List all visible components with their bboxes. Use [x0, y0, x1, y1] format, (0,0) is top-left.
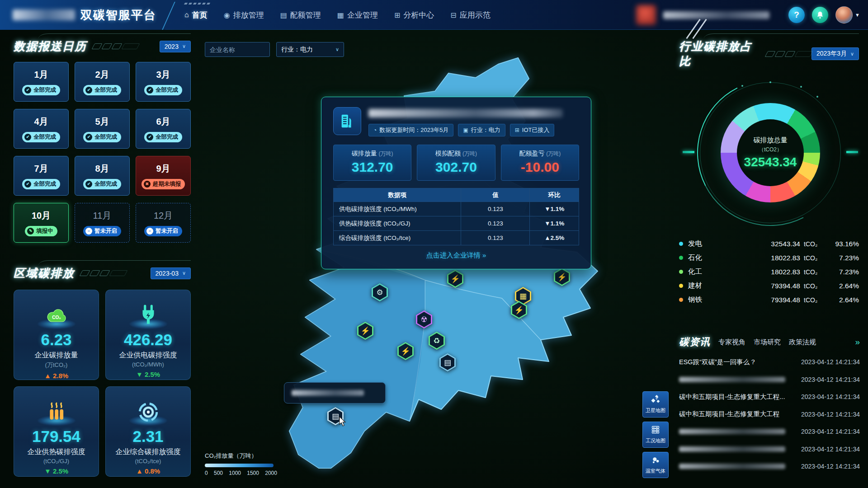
news-item[interactable]: 2023-04-12 14:21:34	[679, 423, 860, 441]
nav-item-1[interactable]: ⌂首页	[184, 10, 208, 20]
radiation-marker[interactable]: ☢	[416, 310, 432, 328]
check-icon: ✔	[24, 181, 31, 188]
month-status-badge: ✔全部完成	[83, 132, 121, 142]
month-label: 11月	[93, 210, 112, 222]
legend-name: 建材	[688, 281, 730, 291]
legend-value: 18022.83	[730, 268, 800, 276]
legend-value: 32543.34	[730, 240, 800, 248]
news-item[interactable]: 碳中和五期项目-生态修复重大工程2023-04-12 14:21:34	[679, 406, 860, 423]
energy-marker[interactable]: ⚡	[554, 268, 570, 286]
month-card-3月[interactable]: 3月✔全部完成	[136, 62, 191, 102]
quota-icon: ▤	[280, 11, 287, 19]
month-card-6月[interactable]: 6月✔全部完成	[136, 109, 191, 149]
industry-period-select[interactable]: 2023年3月 ∨	[811, 47, 859, 60]
bell-icon	[816, 11, 824, 19]
nav-item-3[interactable]: ▤配额管理	[280, 10, 321, 20]
news-more-arrow[interactable]: »	[855, 337, 860, 347]
legend-value: 79394.48	[730, 296, 800, 304]
month-card-7月[interactable]: 7月✔全部完成	[14, 156, 69, 196]
month-label: 9月	[156, 163, 170, 175]
nav-item-2[interactable]: ◉排放管理	[224, 10, 264, 20]
energy-marker[interactable]: ⚡	[357, 322, 373, 340]
news-tab-2[interactable]: 市场研究	[754, 338, 781, 347]
chevron-down-icon: ∨	[335, 47, 339, 52]
month-label: 7月	[34, 163, 48, 175]
map-control-工况地图[interactable]: 工况地图	[642, 422, 669, 448]
check-icon: ✔	[85, 87, 92, 94]
target-icon	[137, 393, 159, 423]
news-tab-1[interactable]: 专家视角	[718, 338, 745, 347]
month-card-11月[interactable]: 11月−暂未开启	[75, 203, 130, 243]
help-button[interactable]: ?	[788, 7, 805, 23]
map-control-温室气体[interactable]: 温室气体	[642, 452, 669, 478]
stat-trend: ▲ 0.8%	[136, 467, 160, 475]
enterprise-detail-link[interactable]: 点击进入企业详情 »	[333, 251, 579, 260]
table-row: 综合碳排放强度 (tCO₂/tce)0.123▲2.5%	[334, 231, 579, 245]
stat-value: 2.31	[132, 427, 163, 446]
news-item[interactable]: 2023-04-12 14:21:34	[679, 458, 860, 475]
legend-name: 钢铁	[688, 295, 730, 305]
gear-marker[interactable]: ⚙	[372, 283, 388, 301]
iot-icon: ⊞	[515, 127, 519, 133]
region-period-select[interactable]: 2023-03 ∨	[151, 267, 191, 279]
user-menu[interactable]: ▼	[835, 6, 860, 23]
energy-marker[interactable]: ⚡	[511, 301, 527, 319]
donut-center-label: 碳排放总量	[754, 136, 788, 145]
notification-button[interactable]	[812, 7, 828, 23]
legend-dot	[679, 242, 683, 246]
table-cell-item: 供热碳排放强度 (tCO₂/GJ)	[334, 216, 461, 231]
calendar-year-value: 2023	[165, 43, 179, 50]
chevron-down-icon: ▼	[855, 12, 860, 18]
month-status-text: 超期未填报	[153, 180, 181, 188]
month-card-8月[interactable]: 8月✔全部完成	[75, 156, 130, 196]
legend-row: 建材79394.48tCO₂2.64%	[679, 279, 859, 293]
calendar-month-grid: 1月✔全部完成2月✔全部完成3月✔全部完成4月✔全部完成5月✔全部完成6月✔全部…	[14, 62, 191, 243]
map-co2-legend: CO₂排放量（万吨） 0500100015002000	[205, 452, 277, 476]
help-icon: ?	[794, 10, 799, 20]
region-emission-panel: 区域碳排放 2023-03 ∨ CO₂6.23企业碳排放量(万tCO₂)▲ 2.…	[14, 266, 191, 477]
month-card-10月[interactable]: 10月✎填报中	[14, 203, 69, 243]
stat-value: 6.23	[41, 331, 71, 349]
month-card-12月[interactable]: 12月−暂未开启	[136, 203, 191, 243]
month-status-text: 全部完成	[94, 133, 117, 141]
table-body: 供电碳排放强度 (tCO₂/MWh)0.123▼1.1%供热碳排放强度 (tCO…	[334, 202, 579, 245]
stat-label: 企业综合碳排放强度	[116, 447, 181, 457]
recycle-marker[interactable]: ♻	[429, 332, 445, 350]
news-item[interactable]: 碳中和五期项目-生态修复重大工程...2023-04-12 14:21:34	[679, 388, 860, 406]
month-status-badge: −暂未开启	[83, 226, 121, 236]
table-cell-item: 综合碳排放强度 (tCO₂/tce)	[334, 231, 461, 245]
nav-item-5[interactable]: ⊞分析中心	[394, 10, 434, 20]
energy-marker[interactable]: ⚡	[397, 342, 414, 360]
popup-badge-text: 行业：电力	[471, 126, 500, 134]
news-item[interactable]: 2023-04-12 14:21:34	[679, 371, 860, 389]
enterprise-icon: ▦	[337, 11, 344, 19]
nav-item-6[interactable]: ⊟应用示范	[450, 10, 490, 20]
industry-period-value: 2023年3月	[816, 50, 847, 58]
energy-marker[interactable]: ⚡	[447, 270, 463, 288]
calendar-year-select[interactable]: 2023 ∨	[160, 41, 191, 52]
news-item[interactable]: ESG跟“双碳”是一回事么？2023-04-12 14:21:34	[679, 353, 860, 371]
legend-value: 18022.83	[730, 254, 800, 262]
legend-dot	[679, 298, 683, 302]
month-card-2月[interactable]: 2月✔全部完成	[75, 62, 130, 102]
month-card-1月[interactable]: 1月✔全部完成	[14, 62, 69, 102]
news-tab-3[interactable]: 政策法规	[789, 338, 816, 347]
month-card-4月[interactable]: 4月✔全部完成	[14, 109, 69, 149]
industry-filter-select[interactable]: 行业：电力 ∨	[276, 42, 344, 57]
legend-value: 79394.48	[730, 282, 800, 290]
stat-label: 企业供热碳排强度	[28, 447, 85, 457]
month-card-9月[interactable]: 9月✖超期未填报	[136, 156, 191, 196]
nav-item-4[interactable]: ▦企业管理	[337, 10, 378, 20]
doc-marker[interactable]: ▤	[439, 353, 456, 371]
month-card-5月[interactable]: 5月✔全部完成	[75, 109, 130, 149]
company-name-input[interactable]	[205, 42, 270, 57]
news-item[interactable]: 2023-04-12 14:21:34	[679, 441, 860, 458]
check-icon: ✔	[146, 134, 153, 141]
news-item-time: 2023-04-12 14:21:34	[801, 358, 860, 366]
map-control-卫星地图[interactable]: 卫星地图	[642, 391, 669, 418]
co2-cloud-icon: CO₂	[46, 296, 67, 326]
month-status-badge: ✔全部完成	[83, 179, 121, 189]
month-label: 2月	[95, 69, 109, 81]
legend-percent: 2.64%	[824, 296, 859, 304]
month-status-badge: ✎填报中	[25, 226, 57, 236]
